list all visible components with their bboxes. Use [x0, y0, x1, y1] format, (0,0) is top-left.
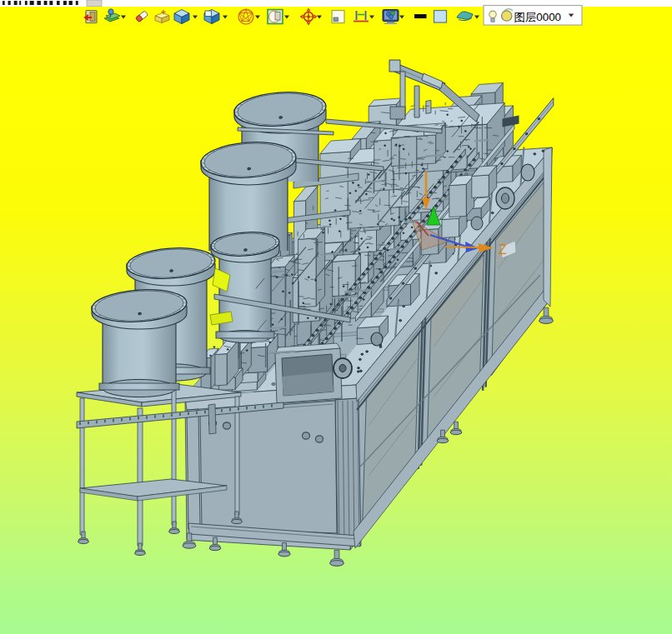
svg-text:Z: Z	[499, 242, 507, 257]
svg-text:图层0000: 图层0000	[514, 11, 562, 23]
